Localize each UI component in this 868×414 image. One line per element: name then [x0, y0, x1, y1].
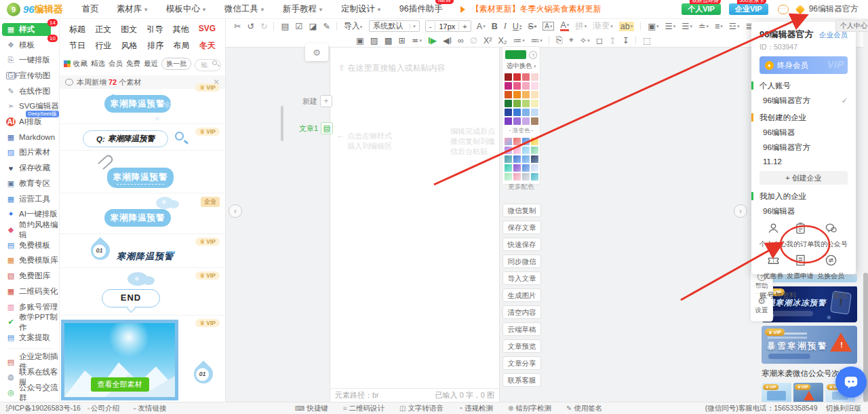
sidebar-item-3[interactable]: GIF宣传动图 — [0, 68, 59, 83]
category-tab-5[interactable]: 冬天 — [199, 40, 216, 52]
redo-icon[interactable]: ↻ — [260, 21, 267, 31]
gradient-swatch-18[interactable] — [522, 173, 530, 181]
category-tab-1[interactable]: 正文 — [95, 24, 111, 35]
color-swatch-7[interactable] — [531, 82, 538, 90]
font-frame-icon[interactable]: A▾ — [542, 22, 554, 31]
sidebar-item-16[interactable]: ▧免费图库 — [0, 268, 59, 284]
text-direction-icon[interactable]: I▶ — [428, 35, 437, 45]
eraser-icon[interactable]: ◪ — [309, 21, 317, 31]
sidebar-item-20[interactable]: ▤文案提取 — [0, 330, 59, 345]
gradient-swatch-8[interactable] — [505, 155, 512, 163]
plus-button[interactable]: + — [459, 22, 470, 31]
logout-link[interactable]: 退出 — [833, 290, 848, 301]
color-swatch-8[interactable] — [505, 91, 512, 98]
divider-line-icon[interactable]: ≖▾ — [412, 35, 422, 45]
gradient-swatch-6[interactable] — [522, 147, 530, 154]
table-icon[interactable]: ⊞ — [398, 35, 405, 45]
text-direction-rtl-icon[interactable]: ◀I — [443, 35, 452, 45]
sidebar-item-7[interactable]: ▦Markdown — [0, 130, 59, 145]
nav-item-2[interactable]: 模板中心▼ — [166, 3, 207, 15]
create-enterprise-button[interactable]: + 创建企业 — [760, 171, 848, 185]
strike-icon[interactable]: S▾ — [528, 22, 536, 31]
action-button-1[interactable]: 保存文章 — [502, 221, 541, 234]
personal-account-item[interactable]: 96编辑器官方 ✓ — [760, 96, 848, 106]
color-swatch-9[interactable] — [513, 91, 521, 98]
color-swatch-12[interactable] — [505, 100, 512, 107]
account-menu-order[interactable]: 我的订单 — [787, 222, 814, 249]
lifetime-member-banner[interactable]: ♦ 终身会员 VIP — [760, 56, 848, 74]
filter-link-0[interactable]: 收藏 — [73, 59, 87, 69]
gallery-icon[interactable]: ▨ — [370, 35, 378, 45]
gradient-swatch-15[interactable] — [531, 164, 538, 172]
pinyin-icon[interactable]: 拼▾ — [575, 20, 587, 32]
gradient-swatch-5[interactable] — [513, 147, 521, 154]
line-height-icon[interactable]: ≡▾ — [715, 22, 723, 31]
gradient-swatch-16[interactable] — [505, 173, 512, 181]
highlight-icon[interactable]: ab▾ — [619, 22, 634, 31]
canvas-settings-gear-icon[interactable]: ⚙ — [305, 43, 328, 61]
align-left-icon[interactable]: ☰▾ — [665, 21, 676, 31]
template-card-end[interactable]: ♛VIP ❄ END — [60, 268, 225, 316]
friend-links[interactable]: ⌁友情链接 — [133, 404, 173, 413]
color-swatch-0[interactable] — [505, 73, 512, 81]
search-icon[interactable] — [212, 60, 217, 65]
category-tab-2[interactable]: 风格 — [121, 40, 138, 52]
action-button-10[interactable]: 联系客服 — [502, 373, 541, 387]
help-icon[interactable]: ? — [529, 51, 537, 59]
account-menu-user[interactable]: 个人中心 — [760, 222, 787, 249]
unlink-icon[interactable]: ∅ — [470, 35, 477, 45]
sidebar-item-8[interactable]: ▨图片素材 — [0, 145, 59, 161]
gradient-swatch-4[interactable] — [505, 147, 512, 154]
align-justify-icon[interactable]: ≐▾ — [698, 21, 709, 31]
plus-icon[interactable]: + — [320, 95, 332, 107]
sidebar-item-19[interactable]: ✔教学PPT制作 — [0, 314, 59, 330]
color-swatch-3[interactable] — [531, 73, 538, 81]
template-card-question[interactable]: ♛VIP Q:寒潮降温预警 — [60, 124, 225, 151]
unordered-list-icon[interactable]: ≕▾ — [531, 35, 542, 45]
tab-article-1[interactable]: 文章1 ▤ — [299, 122, 333, 134]
created-enterprise-item-2[interactable]: 11.12 — [760, 157, 848, 166]
font-size-stepper[interactable]: -17px+ — [425, 20, 471, 32]
document-icon[interactable]: ▤ — [321, 122, 333, 134]
enterprise-member-link[interactable]: 企业会员 — [819, 31, 848, 40]
template-card-pin-bubble[interactable]: 寒潮降温预警 — [60, 151, 225, 193]
indent-icon[interactable]: ☲▾ — [729, 21, 740, 31]
color-swatch-11[interactable] — [531, 91, 538, 98]
color-swatch-23[interactable] — [531, 117, 538, 125]
minus-button[interactable]: - — [426, 22, 435, 31]
gradient-swatch-7[interactable] — [531, 147, 538, 154]
color-swatch-21[interactable] — [513, 117, 521, 125]
current-color-swatch[interactable] — [505, 50, 526, 59]
recolor-label[interactable]: 选中换色 ▾ — [505, 62, 537, 71]
font-color-icon[interactable]: A▾ — [560, 21, 569, 31]
undo-icon[interactable]: ↺ — [247, 21, 254, 31]
color-swatch-2[interactable] — [522, 73, 530, 81]
italic-icon[interactable]: I — [504, 21, 507, 31]
template-card-bubble-snow[interactable]: ♛VIP 寒潮降温预警 ❄ ❄ — [60, 80, 225, 124]
bottom-tool-5[interactable]: ✎使用签名 — [566, 404, 602, 413]
color-swatch-5[interactable] — [513, 82, 521, 90]
sidebar-item-6[interactable]: AIAI排版DeepSeek版 — [0, 114, 59, 130]
bottom-tool-2[interactable]: ◫文字转语音 — [399, 404, 443, 413]
action-button-0[interactable]: 微信复制 — [502, 204, 541, 217]
filter-link-1[interactable]: 精选 — [91, 59, 105, 69]
category-tab-4[interactable]: 其他 — [173, 24, 189, 35]
texture-icon[interactable]: ▩ — [384, 35, 393, 45]
color-filter-icon[interactable] — [64, 60, 71, 67]
color-swatch-22[interactable] — [522, 117, 530, 125]
action-button-6[interactable]: 清空内容 — [502, 305, 541, 319]
color-swatch-4[interactable] — [505, 82, 512, 90]
tab-new-article[interactable]: 新建 + — [302, 95, 332, 107]
color-swatch-19[interactable] — [531, 109, 538, 116]
bottom-tool-3[interactable]: ◔违规检测 — [458, 404, 493, 413]
category-tab-2[interactable]: 图文 — [121, 24, 137, 35]
banner-blizzard-warning[interactable]: ♛VIP 暴雪寒潮预警 ! — [762, 326, 857, 364]
magic-clean-icon[interactable]: ✧▾ — [580, 35, 590, 45]
action-button-9[interactable]: 文章分享 — [502, 356, 541, 370]
gradient-swatch-11[interactable] — [531, 155, 538, 163]
border-icon[interactable]: ▣▾ — [648, 21, 658, 31]
template-card-cloud-bubble[interactable]: 企业 ❄ 寒潮降温预警 — [60, 193, 225, 234]
bottom-tool-1[interactable]: ⌗二维码设计 — [343, 404, 384, 413]
gradient-swatch-17[interactable] — [513, 173, 521, 181]
image-icon[interactable]: ▣ — [356, 35, 364, 45]
